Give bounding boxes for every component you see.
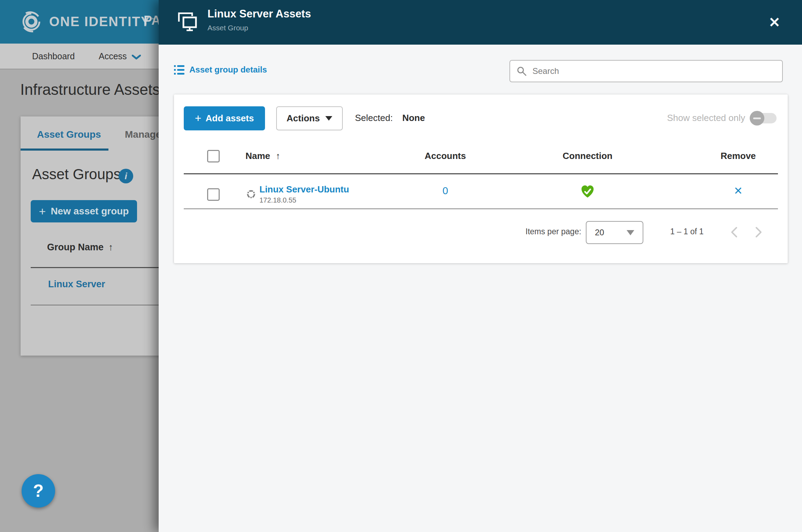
panel-header: Linux Server Assets Asset Group ✕ [159,0,802,45]
section-title: Asset Groups [32,166,121,183]
row-checkbox[interactable] [207,188,220,201]
plus-icon: + [39,205,46,218]
plus-icon: + [195,112,202,125]
asset-group-details-link[interactable]: Asset group details [174,65,267,75]
chevron-down-icon [132,55,141,60]
page-title: Infrastructure Assets [20,81,160,98]
column-header-accounts[interactable]: Accounts [425,151,466,161]
sort-ascending-icon: ↑ [276,151,280,161]
nav-item-access[interactable]: Access [99,44,141,69]
divider [31,305,167,305]
new-asset-group-button[interactable]: + New asset group [31,200,137,222]
panel-subtitle: Asset Group [207,24,248,32]
group-name-column-header[interactable]: Group Name↑ [47,242,113,253]
table-header-divider [184,173,778,174]
show-selected-only-label: Show selected only [667,113,745,123]
screen: ONE IDENTITY™ PA Dashboard Access Infras… [0,0,802,532]
group-row-linux-server[interactable]: Linux Server [48,279,105,290]
asset-group-panel: Linux Server Assets Asset Group ✕ Asset … [159,0,802,532]
column-header-remove: Remove [720,151,756,161]
select-all-checkbox[interactable] [207,150,220,162]
column-header-connection[interactable]: Connection [563,151,613,161]
search-icon [516,66,527,76]
caret-down-icon [627,230,634,235]
selected-label: Selected: [355,113,393,123]
pagination-range: 1 – 1 of 1 [670,227,704,236]
column-header-name[interactable]: Name↑ [245,151,280,161]
accounts-count-link[interactable]: 0 [442,185,448,197]
add-assets-button[interactable]: + Add assets [184,106,265,130]
assets-card: + Add assets Actions Selected: None Show… [174,94,788,263]
topbar-partial-text: PA [144,13,161,28]
selected-value: None [402,113,425,123]
selected-summary: Selected: None [355,113,425,123]
asset-group-icon [176,10,199,33]
panel-title: Linux Server Assets [207,8,311,20]
search-input[interactable] [532,66,776,76]
remove-asset-icon[interactable]: ✕ [734,184,743,197]
show-selected-only-toggle[interactable] [751,113,777,123]
list-icon [174,65,184,75]
sort-ascending-icon: ↑ [108,242,113,252]
connection-healthy-icon [580,184,595,199]
brand-name: ONE IDENTITY™ [49,14,156,29]
caret-down-icon [325,116,332,121]
previous-page-icon[interactable] [727,226,741,240]
next-page-icon[interactable] [752,226,766,240]
search-box [509,60,783,82]
toggle-knob [750,111,764,126]
asset-groups-card: Asset Groups Managed Asset Groups i + Ne… [21,116,167,356]
asset-name-link[interactable]: Linux Server-Ubuntu [259,184,349,195]
show-selected-only: Show selected only [667,113,777,123]
divider [31,267,167,268]
row-divider [184,208,778,209]
ubuntu-os-icon [246,189,256,199]
items-per-page-label: Items per page: [525,227,581,236]
one-identity-logo-icon [19,9,44,34]
tab-asset-groups[interactable]: Asset Groups [37,129,101,140]
asset-ip-address: 172.18.0.55 [259,196,296,204]
info-icon[interactable]: i [119,169,133,183]
one-identity-logo: ONE IDENTITY™ [19,9,156,34]
nav-item-dashboard[interactable]: Dashboard [32,44,75,69]
items-per-page-select[interactable]: 20 [586,221,643,244]
close-icon[interactable]: ✕ [766,14,783,31]
active-tab-underline [21,149,108,151]
actions-button[interactable]: Actions [276,106,343,130]
help-button[interactable]: ? [22,474,55,508]
